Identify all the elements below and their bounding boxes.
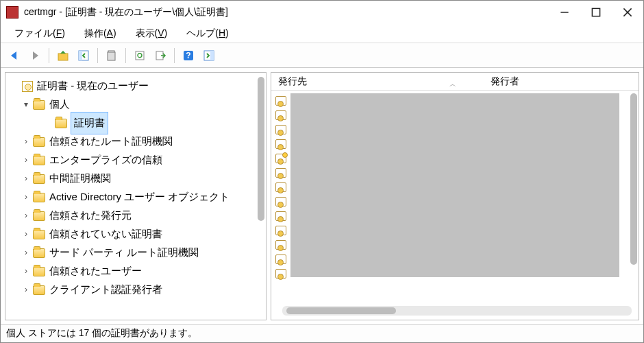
tree-item[interactable]: ›信頼されたユーザー	[7, 262, 264, 281]
tree-item[interactable]: ›中間証明機関	[7, 169, 264, 188]
back-button[interactable]	[5, 46, 24, 65]
tree-item[interactable]: ▾個人	[7, 95, 264, 114]
svg-rect-9	[136, 51, 144, 60]
svg-rect-14	[210, 51, 214, 60]
tree-item[interactable]: ›エンタープライズの信頼	[7, 151, 264, 169]
tree-item-label: 個人	[49, 95, 70, 115]
menu-help[interactable]: ヘルプ(H)	[177, 26, 238, 41]
up-button[interactable]	[53, 46, 73, 65]
certificate-icon	[275, 96, 286, 106]
certificate-icon	[275, 226, 286, 235]
tree-item-label: クライアント認証発行者	[49, 280, 162, 300]
app-icon	[6, 6, 18, 19]
menu-action[interactable]: 操作(A)	[75, 26, 126, 41]
column-issuer-label: 発行者	[491, 75, 519, 86]
expand-toggle-icon[interactable]: ›	[21, 171, 32, 187]
certificate-icon	[275, 269, 286, 279]
svg-rect-1	[592, 8, 599, 16]
status-bar: 個人 ストアには 17 個の証明書があります。	[1, 324, 643, 342]
folder-icon	[33, 174, 45, 184]
tree-pane: 証明書 - 現在のユーザー▾個人証明書›信頼されたルート証明機関›エンタープライ…	[5, 72, 267, 320]
folder-icon	[33, 211, 45, 221]
expand-toggle-icon[interactable]: ▾	[21, 97, 32, 113]
tree-item-label: 証明書 - 現在のユーザー	[37, 76, 149, 96]
action-pane-button[interactable]	[199, 46, 219, 65]
help-button[interactable]: ?	[179, 46, 198, 65]
scrollbar-vertical[interactable]	[630, 93, 637, 265]
tree-item[interactable]: ›サード パーティ ルート証明機関	[7, 244, 264, 262]
toolbar-separator	[49, 48, 49, 63]
expand-toggle-icon[interactable]: ›	[21, 282, 32, 298]
column-issued-to[interactable]: 発行先 ︿	[271, 75, 484, 88]
folder-icon	[33, 137, 45, 147]
tree-item-label: 信頼された発行元	[49, 206, 132, 226]
main-area: 証明書 - 現在のユーザー▾個人証明書›信頼されたルート証明機関›エンタープライ…	[1, 68, 643, 324]
maximize-button[interactable]	[580, 1, 612, 24]
certificate-icon	[275, 240, 286, 250]
toolbar-separator	[125, 48, 126, 63]
tree-item-label: サード パーティ ルート証明機関	[49, 243, 199, 263]
svg-rect-4	[58, 54, 68, 60]
scrollbar-horizontal[interactable]	[282, 306, 632, 316]
sort-indicator-icon: ︿	[449, 80, 456, 89]
svg-rect-8	[108, 52, 115, 60]
folder-icon	[33, 156, 45, 165]
tree-item-label: 証明書	[71, 113, 108, 134]
list-pane: 発行先 ︿ 発行者	[271, 72, 639, 320]
certificate-icon	[275, 211, 286, 221]
tree-item[interactable]: ›Active Directory ユーザー オブジェクト	[7, 188, 264, 206]
scrollbar-vertical[interactable]	[258, 77, 264, 221]
refresh-button[interactable]	[130, 46, 149, 65]
export-list-button[interactable]	[151, 46, 170, 65]
close-button[interactable]	[612, 1, 643, 24]
tree-view[interactable]: 証明書 - 現在のユーザー▾個人証明書›信頼されたルート証明機関›エンタープライ…	[5, 73, 266, 320]
expand-toggle-icon[interactable]: ›	[21, 263, 32, 279]
menu-file[interactable]: ファイル(F)	[5, 26, 75, 41]
folder-icon	[33, 285, 45, 295]
toolbar: ?	[1, 43, 643, 68]
cert-root-icon	[22, 81, 33, 92]
folder-icon	[33, 248, 45, 258]
certificate-icon	[275, 139, 286, 149]
expand-toggle-icon[interactable]: ›	[21, 152, 32, 168]
folder-icon	[33, 267, 45, 276]
certificate-icon	[275, 154, 286, 163]
expand-toggle-icon[interactable]: ›	[21, 208, 32, 224]
expand-toggle-icon[interactable]: ›	[21, 134, 32, 150]
tree-item-label: 信頼されたルート証明機関	[49, 132, 173, 152]
tree-item[interactable]: ›信頼された発行元	[7, 206, 264, 225]
tree-item[interactable]: ›信頼されたルート証明機関	[7, 132, 264, 151]
list-body[interactable]	[271, 91, 639, 303]
tree-item-label: Active Directory ユーザー オブジェクト	[49, 187, 230, 207]
column-issued-to-label: 発行先	[278, 75, 307, 86]
show-hide-tree-button[interactable]	[74, 46, 93, 65]
certificate-icon	[275, 182, 286, 192]
tree-item-label: 信頼されたユーザー	[49, 261, 142, 281]
certificate-icon	[275, 125, 286, 134]
expand-toggle-icon[interactable]: ›	[21, 189, 32, 205]
svg-rect-6	[79, 51, 82, 60]
title-bar: certmgr - [証明書 - 現在のユーザー\個人\証明書]	[1, 1, 643, 24]
tree-item[interactable]: 証明書 - 現在のユーザー	[7, 77, 264, 95]
window-title: certmgr - [証明書 - 現在のユーザー\個人\証明書]	[24, 6, 228, 19]
expand-toggle-icon[interactable]: ›	[21, 245, 32, 261]
folder-icon	[33, 100, 45, 110]
column-issuer[interactable]: 発行者	[484, 75, 639, 88]
certificate-icon	[275, 255, 286, 264]
properties-button[interactable]	[102, 46, 121, 65]
tree-item[interactable]: ›クライアント認証発行者	[7, 281, 264, 299]
folder-icon	[33, 193, 45, 202]
tree-item-label: エンタープライズの信頼	[49, 150, 162, 170]
folder-icon	[33, 230, 45, 239]
tree-item[interactable]: ›信頼されていない証明書	[7, 225, 264, 244]
menu-view[interactable]: 表示(V)	[126, 26, 177, 41]
tree-item[interactable]: 証明書	[7, 114, 264, 132]
certificate-icon	[275, 168, 286, 178]
svg-text:?: ?	[186, 51, 190, 60]
tree-item-label: 中間証明機関	[49, 169, 111, 189]
forward-button[interactable]	[25, 46, 45, 65]
list-header: 発行先 ︿ 発行者	[271, 73, 639, 91]
certificate-icon	[275, 110, 286, 120]
expand-toggle-icon[interactable]: ›	[21, 226, 32, 242]
minimize-button[interactable]	[549, 1, 580, 24]
